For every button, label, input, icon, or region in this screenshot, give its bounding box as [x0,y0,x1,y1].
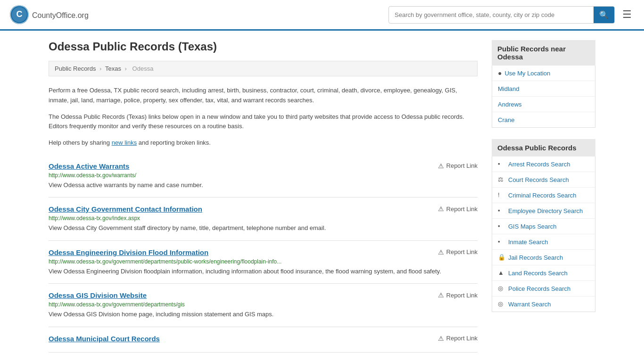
record-url-2[interactable]: http://www.odessa-tx.gov/government/depa… [49,258,478,265]
breadcrumb-texas[interactable]: Texas [105,65,121,72]
records-title: Odessa Public Records [492,139,595,156]
sidebar-record-row: ▪ GIS Maps Search [498,222,589,230]
sidebar-record-item-6[interactable]: 🔒 Jail Records Search [492,250,595,265]
nearby-midland[interactable]: Midland [492,81,595,97]
record-item: Odessa Engineering Division Flood Inform… [49,241,478,284]
sidebar-record-link-1[interactable]: Court Records Search [508,176,569,183]
record-title-1[interactable]: Odessa City Government Contact Informati… [49,205,202,213]
page-title: Odessa Public Records (Texas) [49,40,478,53]
report-icon: ⚠ [438,291,444,299]
record-url-0[interactable]: http://www.odessa-tx.gov/warrants/ [49,172,478,179]
sidebar-record-icon: ! [498,191,505,199]
record-title-4[interactable]: Odessa Municipal Court Records [49,335,160,343]
sidebar-record-row: ⚖ Court Records Search [498,176,589,183]
report-link-2[interactable]: ⚠ Report Link [438,248,478,256]
main-container: Odessa Public Records (Texas) Public Rec… [39,31,605,362]
record-header: Odessa Engineering Division Flood Inform… [49,248,478,256]
record-item: Odessa City Government Contact Informati… [49,197,478,241]
report-link-3[interactable]: ⚠ Report Link [438,291,478,299]
breadcrumb-sep1: › [99,65,103,72]
sidebar-record-row: ▪ Employee Directory Search [498,207,589,214]
records-list: Odessa Active Warrants ⚠ Report Link htt… [49,155,478,353]
sidebar-record-link-5[interactable]: Inmate Search [508,239,548,246]
sidebar-record-link-8[interactable]: Police Records Search [508,285,570,292]
midland-link[interactable]: Midland [498,85,520,92]
breadcrumb-odessa: Odessa [132,65,154,72]
report-link-4[interactable]: ⚠ Report Link [438,335,478,342]
search-bar: 🔍 [388,6,615,24]
sidebar: Public Records near Odessa ● Use My Loca… [492,40,595,353]
record-desc-2: View Odessa Engineering Division floodpl… [49,267,478,276]
report-icon: ⚠ [438,162,444,170]
logo[interactable]: C CountyOffice.org [9,5,89,25]
sidebar-record-icon: ▪ [498,238,505,246]
svg-text:C: C [17,9,23,19]
andrews-link[interactable]: Andrews [498,101,522,108]
record-title-2[interactable]: Odessa Engineering Division Flood Inform… [49,248,208,256]
report-icon: ⚠ [438,335,444,342]
report-link-0[interactable]: ⚠ Report Link [438,162,478,170]
sidebar-record-link-4[interactable]: GIS Maps Search [508,223,557,230]
record-desc-3: View Odessa GIS Division home page, incl… [49,310,478,319]
sidebar-record-link-6[interactable]: Jail Records Search [508,254,563,261]
records-sidebar-list: ▪ Arrest Records Search ⚖ Court Records … [492,156,595,312]
sidebar-record-link-9[interactable]: Warrant Search [508,301,551,308]
nearby-section: Public Records near Odessa ● Use My Loca… [492,40,595,128]
sidebar-record-link-3[interactable]: Employee Directory Search [508,207,583,214]
record-url-1[interactable]: http://www.odessa-tx.gov/index.aspx [49,215,478,222]
record-title-3[interactable]: Odessa GIS Division Website [49,291,147,299]
header-right: 🔍 ☰ [388,6,635,24]
sidebar-record-link-2[interactable]: Criminal Records Search [508,192,577,199]
sidebar-record-row: ▲ Land Records Search [498,269,589,277]
sidebar-record-icon: 🔒 [498,254,505,261]
crane-link[interactable]: Crane [498,116,514,123]
sidebar-record-row: ▪ Inmate Search [498,238,589,246]
sidebar-record-item-3[interactable]: ▪ Employee Directory Search [492,203,595,219]
record-item: Odessa GIS Division Website ⚠ Report Lin… [49,284,478,327]
sidebar-record-item-2[interactable]: ! Criminal Records Search [492,188,595,203]
report-link-1[interactable]: ⚠ Report Link [438,205,478,213]
main-content: Odessa Public Records (Texas) Public Rec… [49,40,478,353]
logo-icon: C [9,5,29,25]
logo-text: CountyOffice.org [32,9,89,20]
location-icon: ● [498,69,502,77]
nearby-use-my-location[interactable]: ● Use My Location [492,66,595,81]
description-1: Perform a free Odessa, TX public record … [49,86,478,106]
sidebar-record-item-4[interactable]: ▪ GIS Maps Search [492,219,595,234]
search-button[interactable]: 🔍 [594,7,614,23]
sidebar-record-item-1[interactable]: ⚖ Court Records Search [492,172,595,188]
sidebar-record-link-7[interactable]: Land Records Search [508,270,568,277]
record-header: Odessa Municipal Court Records ⚠ Report … [49,335,478,343]
sidebar-record-item-8[interactable]: ◎ Police Records Search [492,281,595,296]
record-header: Odessa City Government Contact Informati… [49,205,478,213]
breadcrumb: Public Records › Texas › Odessa [49,61,478,76]
sidebar-record-item-7[interactable]: ▲ Land Records Search [492,265,595,281]
record-item: Odessa Municipal Court Records ⚠ Report … [49,327,478,353]
sidebar-record-item-0[interactable]: ▪ Arrest Records Search [492,156,595,172]
record-title-0[interactable]: Odessa Active Warrants [49,162,129,170]
site-header: C CountyOffice.org 🔍 ☰ [0,0,644,31]
nearby-list: ● Use My Location Midland Andrews Crane [492,66,595,128]
sidebar-record-row: 🔒 Jail Records Search [498,254,589,261]
search-input[interactable] [389,8,594,22]
report-icon: ⚠ [438,248,444,256]
sidebar-record-row: ▪ Arrest Records Search [498,160,589,168]
breadcrumb-public-records[interactable]: Public Records [55,65,96,72]
new-links[interactable]: new links [112,139,137,146]
record-header: Odessa Active Warrants ⚠ Report Link [49,162,478,170]
sidebar-record-link-0[interactable]: Arrest Records Search [508,161,570,168]
sidebar-record-icon: ▪ [498,222,505,230]
record-url-3[interactable]: http://www.odessa-tx.gov/government/depa… [49,301,478,308]
sidebar-record-row: ◎ Warrant Search [498,300,589,308]
nearby-crane[interactable]: Crane [492,112,595,127]
odessa-records-section: Odessa Public Records ▪ Arrest Records S… [492,139,595,312]
record-item: Odessa Active Warrants ⚠ Report Link htt… [49,155,478,198]
nearby-andrews[interactable]: Andrews [492,97,595,112]
record-desc-1: View Odessa City Government staff direct… [49,223,478,233]
menu-button[interactable]: ☰ [619,6,635,24]
sidebar-record-icon: ⚖ [498,176,505,183]
use-my-location-link[interactable]: Use My Location [504,70,550,77]
sidebar-record-item-9[interactable]: ◎ Warrant Search [492,296,595,312]
sidebar-record-item-5[interactable]: ▪ Inmate Search [492,234,595,250]
breadcrumb-sep2: › [125,65,129,72]
